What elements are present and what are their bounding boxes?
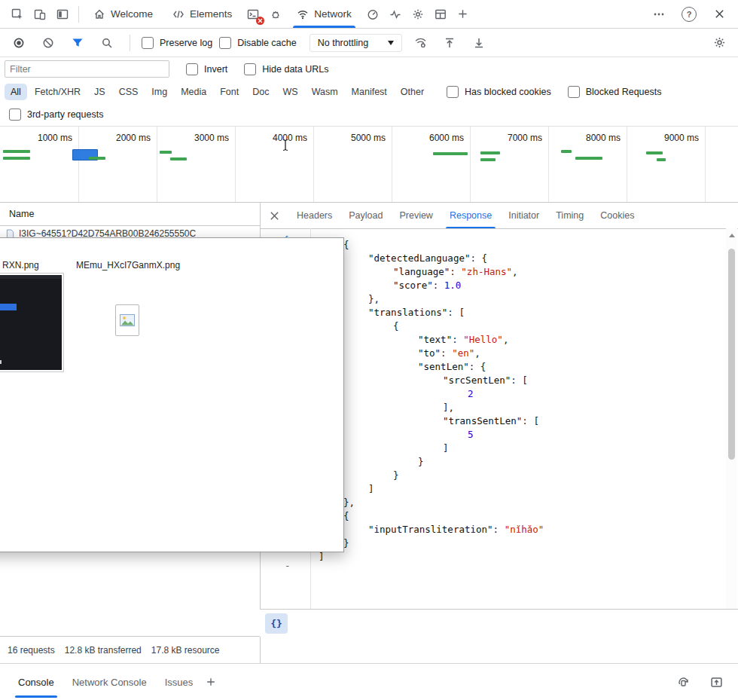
performance-icon[interactable]	[361, 3, 384, 26]
filter-icon[interactable]	[66, 32, 89, 54]
detail-tab-headers[interactable]: Headers	[288, 203, 340, 228]
thumbnail-image	[0, 275, 62, 370]
add-drawer-tab-icon[interactable]	[202, 673, 220, 691]
settings-gear-icon[interactable]	[407, 3, 429, 26]
timeline-overview[interactable]: 1000 ms2000 ms3000 ms4000 ms5000 ms6000 …	[0, 127, 738, 203]
resource-type-row: AllFetch/XHRJSCSSImgMediaFontDocWSWasmMa…	[0, 81, 738, 103]
thumbnail-popup-window[interactable]: RXN.png MEmu_HXcI7GanmX.png	[0, 237, 344, 552]
close-details-icon[interactable]	[260, 203, 288, 228]
application-icon[interactable]	[429, 3, 452, 26]
checkbox-box[interactable]	[142, 37, 154, 49]
timeline-request-bar[interactable]	[170, 157, 187, 160]
pill-ws[interactable]: WS	[276, 84, 303, 100]
toolbar-divider	[78, 6, 79, 23]
record-network-log-icon[interactable]	[8, 32, 30, 54]
search-icon[interactable]	[96, 32, 118, 54]
response-scrollbar[interactable]	[726, 228, 737, 637]
third-party-checkbox[interactable]: 3rd-party requests	[9, 109, 103, 121]
bug-icon[interactable]	[264, 3, 287, 26]
pill-doc[interactable]: Doc	[246, 84, 275, 100]
export-har-icon[interactable]	[438, 32, 461, 54]
focus-panel-icon[interactable]	[51, 3, 74, 26]
help-icon[interactable]: ?	[678, 3, 700, 26]
pill-img[interactable]: Img	[145, 84, 173, 100]
detail-tab-response[interactable]: Response	[441, 203, 500, 228]
import-har-icon[interactable]	[468, 32, 490, 54]
device-rotate-icon[interactable]	[672, 671, 694, 693]
timeline-request-bar[interactable]	[160, 151, 172, 154]
timeline-request-bar[interactable]	[575, 157, 602, 160]
image-file-icon[interactable]	[115, 304, 139, 336]
checkbox-box[interactable]	[9, 109, 21, 121]
pill-wasm[interactable]: Wasm	[306, 84, 344, 100]
invert-checkbox[interactable]: Invert	[186, 63, 227, 75]
timeline-request-bar[interactable]	[561, 150, 572, 153]
scroll-up-icon[interactable]	[726, 230, 737, 241]
drawer-tab-network-console[interactable]: Network Console	[63, 664, 156, 700]
filter-input[interactable]	[5, 60, 169, 78]
network-conditions-icon[interactable]	[409, 32, 432, 54]
timeline-request-bar[interactable]	[433, 152, 468, 155]
inspect-element-icon[interactable]	[6, 3, 29, 26]
tab-welcome[interactable]: Welcome	[84, 0, 163, 28]
blocked-requests-checkbox[interactable]: Blocked Requests	[568, 86, 662, 98]
detail-tab-initiator[interactable]: Initiator	[500, 203, 547, 228]
close-devtools-icon[interactable]	[708, 3, 730, 26]
timeline-request-bar[interactable]	[3, 150, 30, 153]
detail-tabs: HeadersPayloadPreviewResponseInitiatorTi…	[260, 203, 738, 229]
detail-tab-timing[interactable]: Timing	[547, 203, 592, 228]
checkbox-box[interactable]	[219, 37, 231, 49]
response-footer: {}	[260, 609, 738, 637]
pill-manifest[interactable]: Manifest	[346, 84, 393, 100]
file-thumbnail[interactable]	[0, 273, 64, 372]
checkbox-box[interactable]	[186, 63, 198, 75]
throttling-select[interactable]: No throttling	[310, 34, 402, 52]
pill-other[interactable]: Other	[395, 84, 430, 100]
summary-request-count: 16 requests	[8, 645, 55, 656]
clear-network-log-icon[interactable]	[37, 32, 59, 54]
timeline-request-bar[interactable]	[480, 158, 496, 161]
pill-font[interactable]: Font	[214, 84, 245, 100]
open-panel-icon[interactable]	[705, 671, 727, 693]
more-options-icon[interactable]	[648, 3, 670, 26]
timeline-request-bar[interactable]	[480, 151, 500, 154]
pill-css[interactable]: CSS	[113, 84, 145, 100]
pretty-print-button[interactable]: {}	[265, 613, 288, 634]
tab-network[interactable]: Network	[287, 0, 361, 28]
detail-tab-preview[interactable]: Preview	[391, 203, 441, 228]
drawer-tab-issues[interactable]: Issues	[156, 664, 203, 700]
disable-cache-checkbox[interactable]: Disable cache	[219, 37, 297, 49]
hide-data-urls-checkbox[interactable]: Hide data URLs	[244, 63, 328, 75]
pill-media[interactable]: Media	[175, 84, 212, 100]
timeline-request-bar[interactable]	[3, 157, 30, 160]
pill-js[interactable]: JS	[88, 84, 111, 100]
add-tab-icon[interactable]	[452, 3, 474, 26]
detail-tab-cookies[interactable]: Cookies	[592, 203, 642, 228]
checkbox-box[interactable]	[244, 63, 256, 75]
has-blocked-cookies-checkbox[interactable]: Has blocked cookies	[447, 86, 551, 98]
console-errors-icon[interactable]	[242, 3, 264, 26]
name-header-label: Name	[9, 209, 34, 219]
tab-elements[interactable]: Elements	[163, 0, 242, 28]
checkbox-box[interactable]	[568, 86, 580, 98]
pill-fetchxhr[interactable]: Fetch/XHR	[29, 84, 87, 100]
pill-all[interactable]: All	[5, 84, 27, 100]
checkbox-box[interactable]	[447, 86, 459, 98]
preserve-log-checkbox[interactable]: Preserve log	[142, 37, 212, 49]
blocked-requests-label: Blocked Requests	[586, 87, 662, 97]
name-column-header[interactable]: Name	[0, 203, 260, 226]
timeline-request-bar[interactable]	[657, 158, 666, 161]
file-label[interactable]: MEmu_HXcI7GanmX.png	[76, 260, 180, 271]
drawer-tabs: ConsoleNetwork ConsoleIssues	[9, 664, 202, 700]
timeline-request-bar[interactable]	[646, 151, 663, 154]
memory-activity-icon[interactable]	[384, 3, 407, 26]
network-toolbar: Preserve log Disable cache No throttling	[0, 29, 738, 57]
device-emulation-icon[interactable]	[29, 3, 51, 26]
network-settings-gear-icon[interactable]	[708, 32, 730, 54]
timeline-request-bar[interactable]	[89, 157, 105, 160]
detail-tab-payload[interactable]: Payload	[340, 203, 391, 228]
drawer-tab-console[interactable]: Console	[9, 664, 63, 700]
timeline-time-label: 4000 ms	[252, 133, 307, 143]
file-label[interactable]: RXN.png	[2, 260, 39, 271]
scrollbar-thumb[interactable]	[728, 249, 735, 460]
